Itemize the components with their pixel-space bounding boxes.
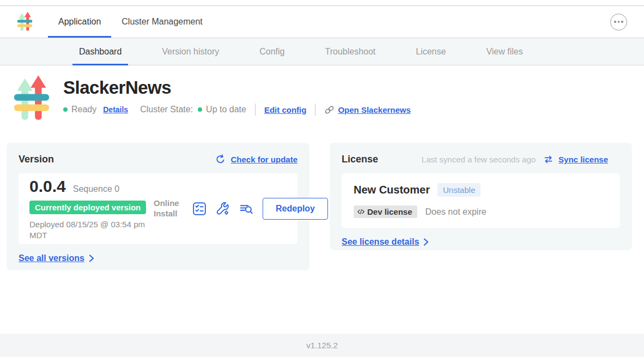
- version-card-title: Version: [19, 154, 54, 165]
- top-strip: [0, 0, 644, 5]
- app-status-text: Ready: [71, 105, 96, 114]
- open-app-link-label: Open Slackernews: [338, 105, 410, 114]
- subnav-tab-license-label: License: [416, 47, 446, 57]
- current-version-panel: 0.0.4 Sequence 0 Currently deployed vers…: [19, 173, 297, 244]
- version-card: Version Check for update: [7, 143, 309, 270]
- version-info: 0.0.4 Sequence 0 Currently deployed vers…: [29, 177, 154, 240]
- sync-license-link[interactable]: Sync license: [558, 155, 608, 164]
- console-footer: v1.125.2: [0, 334, 644, 357]
- license-expiry: Does not expire: [426, 207, 487, 217]
- dashboard-main: SlackerNews Ready Details Cluster State:…: [0, 74, 644, 270]
- view-logs-icon[interactable]: [239, 202, 253, 216]
- subnav-tab-view-files-label: View files: [486, 47, 523, 57]
- code-icon: [357, 208, 365, 215]
- subnav-tab-troubleshoot[interactable]: Troubleshoot: [318, 38, 382, 65]
- ellipsis-icon: [618, 21, 620, 23]
- divider: [315, 104, 315, 116]
- edit-config-link[interactable]: Edit config: [264, 105, 307, 114]
- tab-cluster-management[interactable]: Cluster Management: [111, 6, 213, 38]
- app-status-row: Ready Details Cluster State: Up to date …: [63, 104, 411, 116]
- channel-badge: Unstable: [438, 183, 481, 197]
- license-card-header: License Last synced a few seconds ago Sy…: [342, 154, 620, 165]
- deployed-status-badge: Currently deployed version: [29, 201, 146, 214]
- check-for-update-label: Check for update: [230, 155, 297, 164]
- divider: [255, 104, 256, 116]
- license-card-title: License: [342, 154, 378, 165]
- subnav-tab-version-history[interactable]: Version history: [155, 38, 226, 65]
- main-nav-tabs: Application Cluster Management: [48, 6, 213, 38]
- app-logo-icon: [16, 11, 33, 32]
- deployed-timestamp: Deployed 08/15/25 @ 03:54 pm MDT: [29, 219, 149, 240]
- status-details-link[interactable]: Details: [103, 105, 128, 114]
- cluster-state-text: Up to date: [206, 105, 246, 114]
- check-for-update[interactable]: Check for update: [215, 154, 297, 165]
- tab-cluster-management-label: Cluster Management: [121, 17, 203, 27]
- cluster-status-dot: [198, 107, 202, 112]
- install-type-label: Online Install: [154, 198, 183, 219]
- cluster-state-label: Cluster State:: [140, 105, 193, 114]
- app-status-dot: [63, 107, 68, 112]
- last-synced-text: Last synced a few seconds ago: [422, 155, 536, 164]
- subnav-tab-config-label: Config: [259, 47, 284, 57]
- subnav-tab-config[interactable]: Config: [253, 38, 291, 65]
- license-sync-group: Last synced a few seconds ago Sync licen…: [422, 154, 608, 165]
- redeploy-button[interactable]: Redeploy: [263, 198, 328, 220]
- subnav-tab-license[interactable]: License: [409, 38, 452, 65]
- admin-console-page: Application Cluster Management Dashboard…: [0, 0, 644, 357]
- chevron-right-icon: [422, 238, 430, 246]
- license-info-panel: New Customer Unstable: [342, 173, 620, 228]
- see-license-details-label: See license details: [342, 237, 419, 247]
- sync-icon[interactable]: [543, 154, 554, 165]
- see-all-versions-label: See all versions: [19, 253, 84, 263]
- ellipsis-icon: [614, 21, 616, 23]
- link-chain-icon: [324, 105, 335, 115]
- see-all-versions-link[interactable]: See all versions: [19, 253, 297, 263]
- tab-application[interactable]: Application: [48, 6, 111, 38]
- dashboard-cards: Version Check for update: [7, 143, 632, 270]
- preflight-checklist-icon[interactable]: [192, 202, 206, 216]
- configure-wrench-icon[interactable]: [216, 202, 230, 216]
- page-title: SlackerNews: [63, 77, 411, 98]
- open-app-link[interactable]: Open Slackernews: [324, 105, 410, 115]
- app-logo-icon-large: [12, 74, 51, 123]
- app-subnav: Dashboard Version history Config Trouble…: [0, 38, 644, 65]
- ellipsis-icon: [621, 21, 623, 23]
- customer-name: New Customer: [354, 184, 430, 196]
- version-card-header: Version Check for update: [19, 154, 297, 165]
- tab-application-label: Application: [58, 17, 101, 27]
- version-number: 0.0.4: [29, 177, 66, 196]
- license-card: License Last synced a few seconds ago Sy…: [330, 143, 632, 250]
- app-head-text: SlackerNews Ready Details Cluster State:…: [63, 77, 411, 123]
- license-type-label: Dev license: [367, 207, 412, 216]
- refresh-icon: [215, 154, 226, 165]
- overflow-menu-button[interactable]: [610, 14, 627, 31]
- app-header: SlackerNews Ready Details Cluster State:…: [12, 74, 644, 123]
- subnav-tab-troubleshoot-label: Troubleshoot: [325, 47, 375, 57]
- subnav-tab-view-files[interactable]: View files: [479, 38, 529, 65]
- chevron-right-icon: [88, 254, 95, 263]
- license-type-badge: Dev license: [354, 205, 417, 218]
- subnav-tab-dashboard-label: Dashboard: [79, 47, 121, 57]
- subnav-tab-version-history-label: Version history: [162, 47, 219, 57]
- main-nav: Application Cluster Management: [0, 5, 644, 38]
- version-actions: Online Install: [154, 198, 328, 220]
- subnav-tab-dashboard[interactable]: Dashboard: [72, 38, 128, 65]
- console-version: v1.125.2: [306, 341, 338, 350]
- version-sequence: Sequence 0: [73, 184, 119, 194]
- see-license-details-link[interactable]: See license details: [342, 237, 620, 247]
